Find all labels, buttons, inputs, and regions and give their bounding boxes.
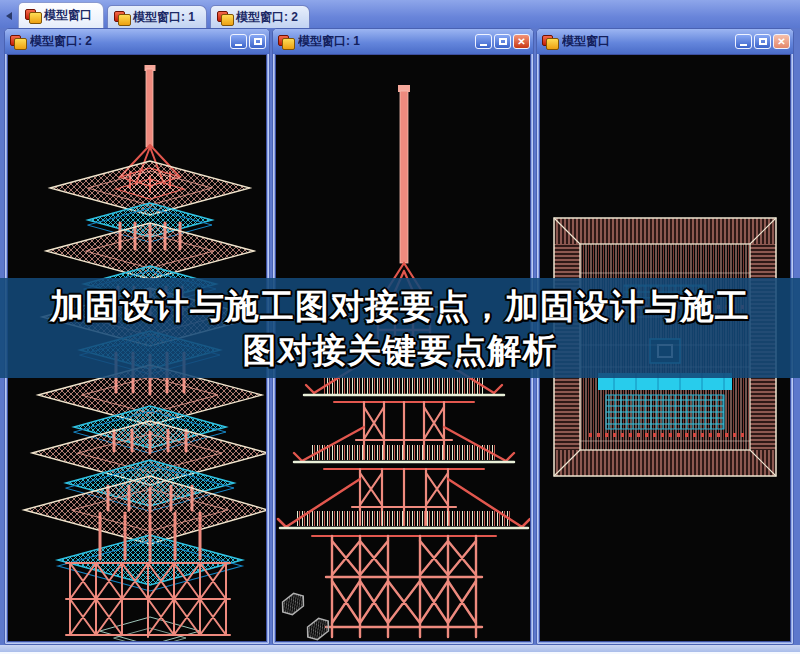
maximize-icon (499, 38, 507, 45)
window-titlebar[interactable]: 模型窗口: 2 (5, 29, 269, 54)
close-button[interactable]: ✕ (513, 34, 530, 49)
minimize-icon (235, 44, 242, 46)
ucs-hexagon-icon (278, 590, 333, 642)
mdi-bottom-strip (0, 645, 800, 654)
maximize-button[interactable] (494, 34, 511, 49)
caption-line-2: 图对接关键要点解析 (243, 328, 558, 372)
caption-line-1: 加固设计与施工图对接要点，加固设计与施工 (50, 284, 750, 328)
model-window-icon (25, 9, 40, 22)
window-title: 模型窗口 (562, 33, 730, 50)
tab-bar: 模型窗口 模型窗口: 1 模型窗口: 2 (0, 0, 800, 28)
model-window-icon (10, 35, 25, 48)
maximize-icon (759, 38, 767, 45)
close-icon: ✕ (517, 37, 525, 47)
minimize-icon (480, 44, 487, 46)
maximize-icon (254, 38, 262, 45)
window-title: 模型窗口: 1 (298, 33, 470, 50)
model-window-icon (217, 11, 232, 24)
window-titlebar[interactable]: 模型窗口: 1 ✕ (273, 29, 533, 54)
application-window: 模型窗口 模型窗口: 1 模型窗口: 2 模型窗口: 2 (0, 0, 800, 654)
close-icon: ✕ (777, 37, 785, 47)
tab-label: 模型窗口 (44, 7, 92, 24)
tab-model-window[interactable]: 模型窗口 (18, 2, 104, 28)
model-window-icon (542, 35, 557, 48)
window-title: 模型窗口: 2 (30, 33, 225, 50)
minimize-button[interactable] (475, 34, 492, 49)
model-window-icon (278, 35, 293, 48)
model-window-icon (114, 11, 129, 24)
tab-label: 模型窗口: 2 (236, 9, 298, 26)
maximize-button[interactable] (754, 34, 771, 49)
chevron-left-icon (6, 12, 12, 20)
tab-label: 模型窗口: 1 (133, 9, 195, 26)
minimize-icon (740, 44, 747, 46)
close-button[interactable]: ✕ (773, 34, 790, 49)
tab-scroll-left-button[interactable] (2, 7, 15, 25)
maximize-button[interactable] (249, 34, 266, 49)
minimize-button[interactable] (735, 34, 752, 49)
window-titlebar[interactable]: 模型窗口 ✕ (537, 29, 793, 54)
caption-overlay: 加固设计与施工图对接要点，加固设计与施工 图对接关键要点解析 (0, 278, 800, 378)
tab-model-window-2[interactable]: 模型窗口: 2 (210, 5, 310, 28)
tab-model-window-1[interactable]: 模型窗口: 1 (107, 5, 207, 28)
minimize-button[interactable] (230, 34, 247, 49)
